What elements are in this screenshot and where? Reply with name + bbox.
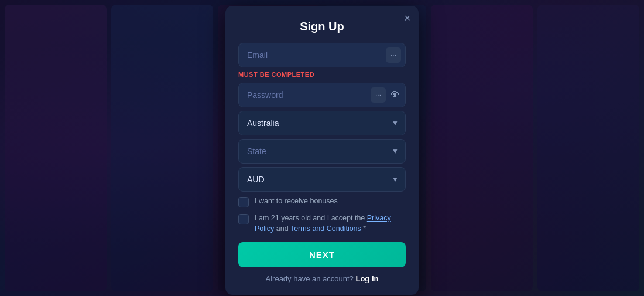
currency-select[interactable]: AUD USD GBP CAD NZD [238,167,406,192]
password-group: ··· 👁 [238,83,406,107]
password-icons: ··· 👁 [371,87,401,103]
terms-checkbox-row: I am 21 years old and I accept the Priva… [238,213,406,234]
currency-group: AUD USD GBP CAD NZD ▼ [238,167,406,192]
terms-checkbox[interactable] [238,214,249,224]
country-select[interactable]: Australia United States United Kingdom C… [238,111,406,135]
terms-conditions-link[interactable]: Terms and Conditions [290,224,361,233]
modal-wrapper: × Sign Up ··· MUST BE COMPLETED ··· 👁 Au… [0,0,644,296]
next-button[interactable]: NEXT [238,242,406,267]
login-text: Already have an account? [266,274,354,283]
password-dots-button[interactable]: ··· [371,87,386,103]
modal-title: Sign Up [238,20,406,33]
terms-middle: and [274,224,290,233]
country-group: Australia United States United Kingdom C… [238,111,406,135]
email-icons: ··· [386,47,401,63]
close-button[interactable]: × [404,13,410,23]
terms-prefix: I am 21 years old and I accept the [255,214,367,222]
modal: × Sign Up ··· MUST BE COMPLETED ··· 👁 Au… [225,6,419,295]
login-link[interactable]: Log In [355,274,378,283]
login-row: Already have an account? Log In [238,274,406,283]
bonus-label: I want to receive bonuses [255,196,338,207]
bonus-checkbox-row: I want to receive bonuses [238,196,406,207]
state-select[interactable]: State New South Wales Victoria Queenslan… [238,139,406,164]
terms-suffix: * [361,224,366,233]
state-group: State New South Wales Victoria Queenslan… [238,139,406,164]
email-input[interactable] [238,43,406,67]
email-group: ··· [238,43,406,67]
email-dots-button[interactable]: ··· [386,47,401,63]
password-visibility-button[interactable]: 👁 [389,89,401,101]
must-completed-label: MUST BE COMPLETED [238,71,406,78]
bonus-checkbox[interactable] [238,197,249,207]
terms-label: I am 21 years old and I accept the Priva… [255,213,406,234]
